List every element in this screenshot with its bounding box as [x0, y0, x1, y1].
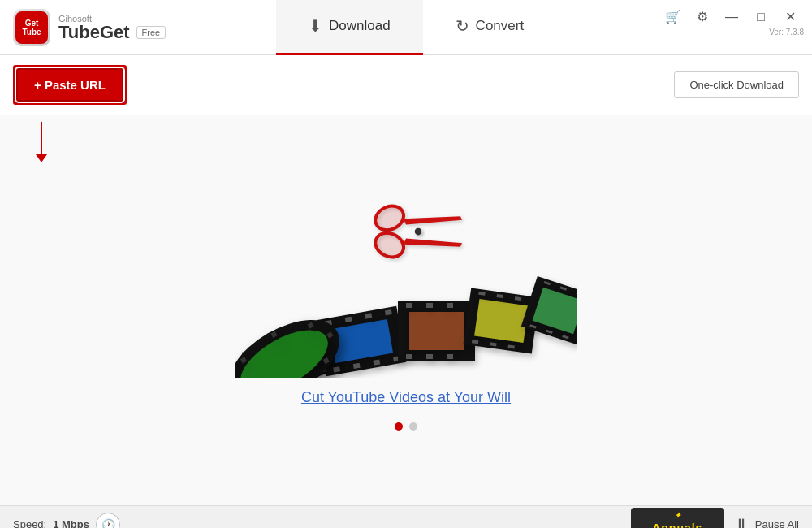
film-art	[235, 191, 577, 378]
pagination	[395, 422, 417, 431]
close-button[interactable]: ✕	[776, 6, 804, 28]
logo-text: GetTube	[22, 19, 41, 37]
appuals-logo: ✦ Appuals FROM THE EXPERTS!	[631, 508, 724, 529]
maximize-button[interactable]: □	[747, 6, 775, 28]
app-title-area: Gihosoft TubeGet Free	[58, 14, 166, 41]
tab-convert[interactable]: ↻ Convert	[423, 0, 557, 55]
pause-icon: ⏸	[734, 516, 749, 528]
appuals-char: ✦	[674, 510, 681, 521]
tabs-area: ⬇ Download ↻ Convert	[276, 0, 651, 55]
logo-area: GetTube Gihosoft TubeGet Free	[0, 9, 276, 46]
arrow-indicator	[36, 122, 47, 162]
title-bar: GetTube Gihosoft TubeGet Free ⬇ Download…	[0, 0, 812, 55]
version-label: Ver: 7.3.8	[769, 28, 812, 40]
tab-download-label: Download	[329, 18, 391, 34]
minimize-button[interactable]: —	[718, 6, 745, 28]
tab-convert-label: Convert	[476, 18, 525, 34]
history-button[interactable]: 🕐	[96, 513, 120, 529]
pause-all-button[interactable]: ⏸ Pause All	[734, 516, 799, 528]
arrow-line	[41, 122, 42, 154]
paste-btn-wrapper: + Paste URL	[13, 65, 127, 105]
pause-label: Pause All	[755, 518, 799, 528]
speed-info: Speed: 1 Mbps 🕐	[13, 513, 120, 529]
one-click-download-button[interactable]: One-click Download	[674, 71, 799, 98]
app-name: TubeGet	[58, 24, 130, 41]
dot-2[interactable]	[409, 422, 417, 431]
status-bar: Speed: 1 Mbps 🕐 ✦ Appuals FROM THE EXPER…	[0, 505, 812, 528]
header-icons-row: 🛒 ⚙ — □ ✕	[651, 0, 812, 28]
app-logo: GetTube	[13, 9, 50, 46]
appuals-brand: Appuals	[652, 522, 702, 529]
speed-label: Speed:	[13, 518, 46, 528]
paste-btn-container: + Paste URL	[13, 65, 127, 105]
dot-1[interactable]	[395, 422, 403, 431]
speed-value: 1 Mbps	[53, 518, 89, 528]
free-badge: Free	[136, 26, 166, 39]
hero-link[interactable]: Cut YouTube Videos at Your Will	[301, 389, 511, 406]
hero-area: Cut YouTube Videos at Your Will	[235, 183, 577, 439]
logo-inner: GetTube	[15, 11, 48, 44]
convert-tab-icon: ↻	[456, 16, 469, 36]
tab-download[interactable]: ⬇ Download	[276, 0, 423, 55]
main-content: Cut YouTube Videos at Your Will	[0, 115, 812, 505]
paste-url-button[interactable]: + Paste URL	[16, 68, 123, 102]
right-status: ✦ Appuals FROM THE EXPERTS! ⏸ Pause All	[631, 508, 799, 529]
arrow-head	[36, 154, 47, 162]
app-name-row: TubeGet Free	[58, 24, 166, 41]
cart-icon[interactable]: 🛒	[659, 6, 687, 28]
settings-icon[interactable]: ⚙	[689, 6, 716, 28]
right-header: 🛒 ⚙ — □ ✕ Ver: 7.3.8	[651, 0, 812, 55]
download-tab-icon: ⬇	[309, 16, 322, 36]
toolbar: + Paste URL One-click Download	[0, 55, 812, 115]
film-canvas	[235, 191, 577, 378]
